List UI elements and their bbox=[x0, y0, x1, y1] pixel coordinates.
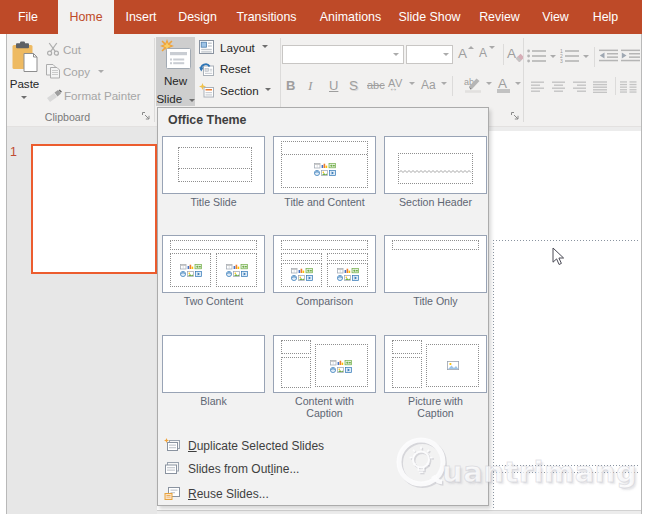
clipboard-group-label: Clipboard bbox=[30, 111, 105, 123]
section-icon bbox=[199, 83, 214, 98]
layout-option-two-content[interactable]: Two Content bbox=[162, 235, 265, 308]
placeholder-left-edge bbox=[493, 240, 494, 508]
picture-icon bbox=[447, 361, 459, 370]
bold-letter: B bbox=[286, 77, 295, 94]
grow-font-button[interactable]: A bbox=[458, 44, 476, 64]
justify-button[interactable] bbox=[593, 79, 611, 93]
layout-thumb-title-slide bbox=[162, 136, 265, 194]
change-case-button[interactable]: Aa bbox=[421, 76, 449, 96]
new-slide-label-line2: Slide bbox=[156, 92, 182, 105]
align-left-button[interactable] bbox=[531, 79, 547, 93]
change-case-caret bbox=[441, 82, 447, 85]
tab-transitions[interactable]: Transitions bbox=[229, 0, 304, 34]
tab-review[interactable]: Review bbox=[471, 0, 528, 34]
text-highlight-button[interactable]: ab bbox=[464, 74, 494, 96]
bullets-caret bbox=[550, 55, 556, 58]
layout-thumb-title-only bbox=[384, 235, 487, 293]
font-color-button[interactable]: A bbox=[496, 74, 522, 96]
tab-animations[interactable]: Animations bbox=[311, 0, 390, 34]
menu-item-reuse-slides[interactable]: Reuse Slides... bbox=[159, 482, 487, 505]
increase-indent-button[interactable] bbox=[621, 49, 641, 65]
shadow-button[interactable]: S bbox=[349, 76, 365, 96]
new-slide-button[interactable]: New Slide bbox=[156, 37, 195, 106]
underline-button[interactable]: U bbox=[329, 76, 345, 96]
placeholder-divider bbox=[282, 154, 367, 155]
font-dialog-launcher[interactable] bbox=[511, 112, 521, 122]
group-separator bbox=[503, 44, 504, 65]
layout-thumb-title-and-content bbox=[273, 136, 376, 194]
justify-icon bbox=[593, 81, 608, 93]
bullets-button[interactable] bbox=[527, 49, 557, 65]
menu-item-label: Reuse Slides... bbox=[188, 487, 269, 501]
tab-file[interactable]: File bbox=[6, 0, 50, 34]
numbering-button[interactable]: 123 bbox=[560, 49, 590, 65]
italic-button[interactable]: I bbox=[308, 76, 322, 96]
character-spacing-button[interactable]: AV ↔ bbox=[388, 74, 414, 96]
layout-option-title-and-content[interactable]: Title and Content bbox=[273, 136, 376, 209]
new-slide-dropdown-caret bbox=[189, 99, 195, 102]
clipboard-dialog-launcher[interactable] bbox=[142, 112, 152, 122]
tab-slide-show[interactable]: Slide Show bbox=[392, 0, 467, 34]
tab-home[interactable]: Home bbox=[58, 0, 114, 34]
paste-button[interactable]: Paste bbox=[8, 37, 41, 104]
layout-option-picture-with-caption[interactable]: Picture with Caption bbox=[384, 335, 487, 420]
tab-view[interactable]: View bbox=[533, 0, 578, 34]
new-slide-icon bbox=[159, 39, 191, 70]
reset-label: Reset bbox=[220, 62, 250, 75]
align-center-icon bbox=[552, 81, 566, 93]
layout-icon bbox=[199, 40, 214, 54]
font-color-caret bbox=[515, 82, 521, 85]
layout-thumb-picture-with-caption bbox=[384, 335, 487, 393]
group-separator bbox=[452, 76, 453, 96]
underline-letter: U bbox=[329, 77, 338, 94]
numbering-caret bbox=[583, 55, 589, 58]
menu-item-label: Slides from Outline... bbox=[188, 462, 299, 476]
align-center-button[interactable] bbox=[552, 79, 568, 93]
layout-option-title-only[interactable]: Title Only bbox=[384, 235, 487, 308]
slide-1-thumbnail[interactable] bbox=[31, 144, 157, 274]
layout-option-section-header[interactable]: Section Header bbox=[384, 136, 487, 209]
decrease-indent-button[interactable] bbox=[599, 49, 619, 65]
section-label: Section bbox=[220, 84, 259, 97]
decrease-indent-icon bbox=[599, 49, 619, 63]
layout-option-content-with-caption[interactable]: Content with Caption bbox=[273, 335, 376, 420]
highlight-caret bbox=[486, 82, 492, 85]
layout-option-blank[interactable]: Blank bbox=[162, 335, 265, 408]
grow-font-mark bbox=[468, 46, 474, 49]
tab-insert[interactable]: Insert bbox=[117, 0, 165, 34]
bold-button[interactable]: B bbox=[286, 76, 302, 96]
layout-option-title-slide[interactable]: Title Slide bbox=[162, 136, 265, 209]
slide-number: 1 bbox=[10, 145, 17, 159]
layout-option-comparison[interactable]: Comparison bbox=[273, 235, 376, 308]
align-right-button[interactable] bbox=[573, 79, 589, 93]
tab-help[interactable]: Help bbox=[583, 0, 628, 34]
layout-label: Picture with Caption bbox=[384, 396, 487, 420]
tab-design[interactable]: Design bbox=[169, 0, 226, 34]
font-name-combo[interactable] bbox=[282, 45, 404, 64]
menu-item-duplicate-selected-slides[interactable]: Duplicate Selected Slides bbox=[159, 434, 487, 457]
align-left-icon bbox=[531, 81, 545, 93]
shrink-font-button[interactable]: A bbox=[479, 44, 497, 64]
window-right-border bbox=[641, 34, 642, 514]
reuse-slides-icon bbox=[164, 486, 180, 501]
columns-button[interactable] bbox=[620, 79, 638, 93]
menu-item-slides-from-outline[interactable]: Slides from Outline... bbox=[159, 457, 487, 480]
placeholder-outline bbox=[392, 240, 479, 250]
font-size-combo[interactable] bbox=[406, 45, 453, 64]
cut-label: Cut bbox=[63, 43, 81, 56]
placeholder-outline bbox=[392, 340, 422, 354]
layout-label: Title Slide bbox=[162, 197, 265, 209]
placeholder-outline bbox=[281, 253, 322, 261]
bullets-icon bbox=[527, 49, 547, 63]
grow-font-letter: A bbox=[458, 45, 467, 62]
powerpoint-window: File Home Insert Design Transitions Anim… bbox=[0, 0, 650, 514]
placeholder-outline bbox=[170, 240, 257, 250]
highlight-pen-icon bbox=[464, 76, 483, 93]
layout-label: Comparison bbox=[273, 296, 376, 308]
font-size-caret bbox=[443, 53, 449, 56]
shadow-letter: S bbox=[349, 77, 358, 94]
paste-dropdown-caret bbox=[21, 96, 27, 99]
layout-dropdown-caret bbox=[262, 45, 268, 48]
paste-label: Paste bbox=[8, 77, 41, 90]
placeholder-outline bbox=[392, 357, 422, 388]
